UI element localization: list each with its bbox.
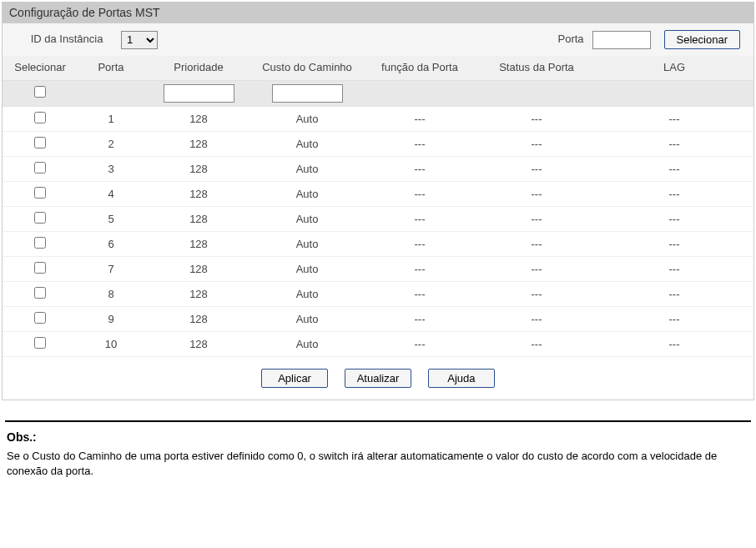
table-row: 1128Auto--------- xyxy=(3,106,753,131)
table-row: 5128Auto--------- xyxy=(3,206,753,231)
action-button-row: Aplicar Atualizar Ajuda xyxy=(3,357,753,400)
cell-prioridade: 128 xyxy=(144,306,253,331)
row-checkbox[interactable] xyxy=(34,312,46,324)
header-prioridade: Prioridade xyxy=(144,56,253,80)
note-text: Se o Custo do Caminho de uma porta estiv… xyxy=(7,449,749,479)
select-button[interactable]: Selecionar xyxy=(664,30,740,49)
row-checkbox[interactable] xyxy=(34,162,46,173)
cell-custo: Auto xyxy=(253,206,361,231)
cell-prioridade: 128 xyxy=(144,256,253,281)
cell-prioridade: 128 xyxy=(144,281,253,306)
row-checkbox[interactable] xyxy=(34,237,46,249)
header-status: Status da Porta xyxy=(478,56,595,80)
cell-prioridade: 128 xyxy=(144,331,253,356)
cell-porta: 9 xyxy=(78,306,144,331)
cell-custo: Auto xyxy=(253,306,361,331)
cell-status: --- xyxy=(478,156,595,181)
cell-lag: --- xyxy=(595,231,753,256)
cell-porta: 10 xyxy=(78,331,144,356)
table-row: 9128Auto--------- xyxy=(3,306,753,331)
cell-status: --- xyxy=(478,131,595,156)
cell-status: --- xyxy=(478,281,595,306)
port-table: Selecionar Porta Prioridade Custo do Cam… xyxy=(3,56,753,357)
cell-porta: 3 xyxy=(78,156,144,181)
cell-lag: --- xyxy=(595,206,753,231)
cell-funcao: --- xyxy=(361,256,478,281)
cell-prioridade: 128 xyxy=(144,181,253,206)
cell-funcao: --- xyxy=(361,206,478,231)
apply-button[interactable]: Aplicar xyxy=(261,369,328,388)
cell-porta: 2 xyxy=(78,131,144,156)
note-title: Obs.: xyxy=(7,430,749,444)
row-checkbox[interactable] xyxy=(34,287,46,299)
cell-funcao: --- xyxy=(361,106,478,131)
cell-custo: Auto xyxy=(253,231,361,256)
mst-port-config-panel: Configuração de Portas MST ID da Instânc… xyxy=(2,2,754,400)
header-select: Selecionar xyxy=(3,56,78,80)
table-row: 10128Auto--------- xyxy=(3,331,753,356)
note-section: Obs.: Se o Custo do Caminho de uma porta… xyxy=(5,420,751,487)
cell-status: --- xyxy=(478,256,595,281)
row-checkbox[interactable] xyxy=(34,212,46,224)
table-row: 8128Auto--------- xyxy=(3,281,753,306)
cell-lag: --- xyxy=(595,106,753,131)
instance-id-label: ID da Instância xyxy=(13,33,121,47)
table-row: 2128Auto--------- xyxy=(3,131,753,156)
row-checkbox[interactable] xyxy=(34,112,46,123)
cell-lag: --- xyxy=(595,256,753,281)
cell-lag: --- xyxy=(595,131,753,156)
cell-custo: Auto xyxy=(253,331,361,356)
table-row: 4128Auto--------- xyxy=(3,181,753,206)
cell-prioridade: 128 xyxy=(144,231,253,256)
refresh-button[interactable]: Atualizar xyxy=(345,369,412,388)
cell-status: --- xyxy=(478,231,595,256)
cell-custo: Auto xyxy=(253,131,361,156)
cell-porta: 5 xyxy=(78,206,144,231)
cell-status: --- xyxy=(478,181,595,206)
cell-lag: --- xyxy=(595,156,753,181)
row-checkbox[interactable] xyxy=(34,187,46,199)
cell-custo: Auto xyxy=(253,256,361,281)
table-body: 1128Auto---------2128Auto---------3128Au… xyxy=(3,106,753,356)
table-header-row: Selecionar Porta Prioridade Custo do Cam… xyxy=(3,56,753,80)
header-lag: LAG xyxy=(595,56,753,80)
header-custo: Custo do Caminho xyxy=(253,56,361,80)
cell-porta: 6 xyxy=(78,231,144,256)
porta-label: Porta xyxy=(542,33,592,47)
select-all-checkbox[interactable] xyxy=(34,86,46,98)
panel-title: Configuração de Portas MST xyxy=(3,3,753,23)
table-row: 7128Auto--------- xyxy=(3,256,753,281)
instance-id-select[interactable]: 1 xyxy=(121,31,158,49)
row-checkbox[interactable] xyxy=(34,262,46,274)
cell-prioridade: 128 xyxy=(144,106,253,131)
header-funcao: função da Porta xyxy=(361,56,478,80)
cell-status: --- xyxy=(478,306,595,331)
cell-funcao: --- xyxy=(361,231,478,256)
row-checkbox[interactable] xyxy=(34,137,46,148)
row-checkbox[interactable] xyxy=(34,337,46,349)
cell-funcao: --- xyxy=(361,181,478,206)
cell-lag: --- xyxy=(595,306,753,331)
cell-funcao: --- xyxy=(361,131,478,156)
cell-custo: Auto xyxy=(253,281,361,306)
cell-prioridade: 128 xyxy=(144,131,253,156)
cell-funcao: --- xyxy=(361,306,478,331)
header-porta: Porta xyxy=(78,56,144,80)
config-row: ID da Instância 1 Porta Selecionar xyxy=(3,23,753,56)
porta-input[interactable] xyxy=(592,31,651,49)
table-row: 6128Auto--------- xyxy=(3,231,753,256)
cell-funcao: --- xyxy=(361,156,478,181)
cell-status: --- xyxy=(478,206,595,231)
cell-status: --- xyxy=(478,106,595,131)
cell-porta: 1 xyxy=(78,106,144,131)
cell-lag: --- xyxy=(595,281,753,306)
cell-status: --- xyxy=(478,331,595,356)
cell-funcao: --- xyxy=(361,281,478,306)
help-button[interactable]: Ajuda xyxy=(428,369,495,388)
cell-lag: --- xyxy=(595,181,753,206)
table-row: 3128Auto--------- xyxy=(3,156,753,181)
priority-filter-input[interactable] xyxy=(164,84,234,103)
pathcost-filter-input[interactable] xyxy=(272,84,343,103)
cell-custo: Auto xyxy=(253,181,361,206)
cell-lag: --- xyxy=(595,331,753,356)
